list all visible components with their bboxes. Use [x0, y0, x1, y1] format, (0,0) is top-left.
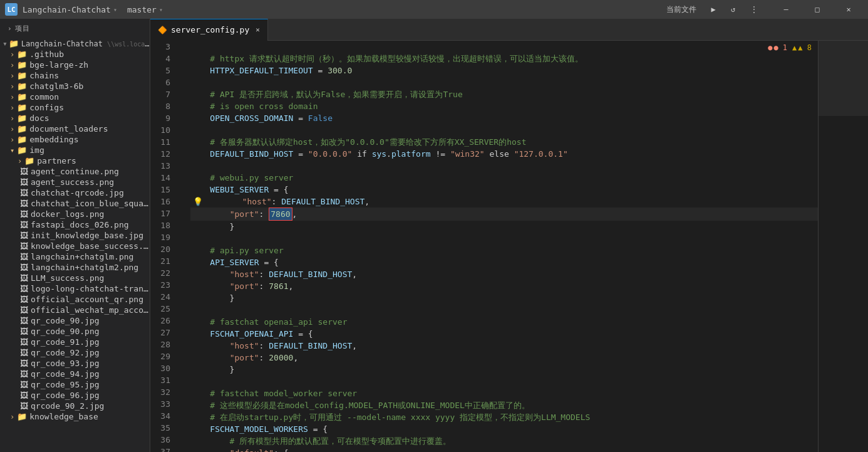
tree-item-logo-long-chatchat-trans-v2.png[interactable]: 🖼logo-long-chatchat-trans-v2.png: [0, 283, 150, 294]
tree-item-embeddings[interactable]: ›📁embeddings: [0, 134, 150, 145]
comment-text: # 这些模型必须是在model_config.MODEL_PATH或ONLINE…: [190, 399, 530, 411]
branch-selector[interactable]: master ▾: [127, 5, 163, 14]
tree-item-agent_continue.png[interactable]: 🖼agent_continue.png: [0, 166, 150, 177]
tree-item-qr_code_93.jpg[interactable]: 🖼qr_code_93.jpg: [0, 358, 150, 369]
line-number-15: 15: [150, 184, 175, 196]
app-name[interactable]: Langchain-Chatchat ▾: [23, 5, 117, 14]
tree-item-qr_code_92.jpg[interactable]: 🖼qr_code_92.jpg: [0, 347, 150, 358]
token-var: API_SERVER: [210, 256, 259, 268]
minimap-indicator: [819, 41, 868, 116]
minimize-btn[interactable]: —: [772, 0, 800, 19]
tree-item-common[interactable]: ›📁common: [0, 92, 150, 102]
token-op: =: [293, 112, 307, 124]
code-line-8: # is open cross domain: [190, 100, 818, 112]
line-number-18: 18: [150, 219, 175, 231]
tree-item-qr_code_90.png[interactable]: 🖼qr_code_90.png: [0, 326, 150, 337]
maximize-btn[interactable]: □: [803, 0, 832, 19]
tree-item-bge-large-zh[interactable]: ›📁bge-large-zh: [0, 60, 150, 70]
file-type-icon: 🖼: [20, 231, 28, 240]
tree-item-qr_code_94.jpg[interactable]: 🖼qr_code_94.jpg: [0, 369, 150, 379]
tree-item-configs[interactable]: ›📁configs: [0, 102, 150, 113]
code-line-12: DEFAULT_BIND_HOST = "0.0.0.0" if sys.pla…: [190, 148, 818, 160]
token-str: "port": [230, 208, 259, 220]
tree-item-chatglm3-6b[interactable]: ›📁chatglm3-6b: [0, 81, 150, 92]
tree-item-knowledge_base[interactable]: ›📁knowledge_base: [0, 411, 150, 422]
line-number-31: 31: [150, 374, 175, 386]
file-type-icon: 📁: [17, 412, 27, 421]
tree-item-chatchat-qrcode.jpg[interactable]: 🖼chatchat-qrcode.jpg: [0, 187, 150, 198]
token-op: ,: [364, 196, 369, 208]
token-num: 20000: [269, 352, 293, 364]
tab-server-config[interactable]: 🔶 server_config.py ✕: [150, 19, 268, 41]
code-line-5: HTTPX_DEFAULT_TIMEOUT = 300.0: [190, 65, 818, 76]
tree-item-official_account_qr.png[interactable]: 🖼official_account_qr.png: [0, 294, 150, 305]
file-type-icon: 📁: [17, 71, 27, 80]
tree-item-qrcode_90_2.jpg[interactable]: 🖼qrcode_90_2.jpg: [0, 401, 150, 411]
tree-item-langchain+chatglm.png[interactable]: 🖼langchain+chatglm.png: [0, 251, 150, 262]
tree-item-github[interactable]: ›📁.github: [0, 49, 150, 60]
file-type-icon: 🖼: [20, 252, 28, 261]
tree-item-agent_success.png[interactable]: 🖼agent_success.png: [0, 177, 150, 187]
file-label: bge-large-zh: [29, 60, 88, 70]
refresh-btn[interactable]: ↺: [727, 4, 739, 15]
token-str: "127.0.0.1": [514, 148, 568, 160]
file-icon: ›: [10, 93, 14, 102]
file-type-icon: 🖼: [20, 359, 28, 368]
sidebar-header[interactable]: › 项目: [0, 19, 150, 38]
line-number-37: 37: [150, 446, 175, 452]
file-label: official_account_qr.png: [31, 295, 143, 304]
line-number-7: 7: [150, 88, 175, 100]
code-line-33: # 这些模型必须是在model_config.MODEL_PATH或ONLINE…: [190, 399, 818, 411]
file-label: qrcode_90_2.jpg: [31, 401, 104, 411]
file-type-icon: 📁: [17, 135, 27, 144]
file-type-icon: 📁: [17, 81, 27, 91]
line-number-23: 23: [150, 279, 175, 291]
line-number-17: 17: [150, 208, 175, 219]
tree-item-qr_code_90.jpg[interactable]: 🖼qr_code_90.jpg: [0, 315, 150, 326]
tree-item-qr_code_96.jpg[interactable]: 🖼qr_code_96.jpg: [0, 390, 150, 401]
code-line-4: # httpx 请求默认超时时间（秒）。如果加载模型较慢对话较慢，出现超时错误，…: [190, 53, 818, 65]
tree-item-official_wechat_mp_account.png[interactable]: 🖼official_wechat_mp_account.png: [0, 305, 150, 315]
token-num: 7861: [269, 280, 288, 292]
token-str: "default": [230, 447, 274, 452]
file-icon: ▾: [10, 146, 14, 155]
tree-item-fastapi_docs_026.png[interactable]: 🖼fastapi_docs_026.png: [0, 219, 150, 230]
tree-item-qr_code_95.jpg[interactable]: 🖼qr_code_95.jpg: [0, 379, 150, 390]
title-bar: LC Langchain-Chatchat ▾ master ▾ 当前文件 ▶ …: [0, 0, 868, 19]
tree-item-knowledge_base_success.jpg[interactable]: 🖼knowledge_base_success.jpg: [0, 241, 150, 251]
token-op: = {: [269, 184, 288, 196]
line-number-4: 4: [150, 53, 175, 65]
tree-item-img[interactable]: ▾📁img: [0, 145, 150, 155]
tree-item-partners[interactable]: ›📁partners: [0, 155, 150, 166]
menu-btn[interactable]: ⋮: [747, 4, 762, 15]
tree-item-langchain+chatglm2.png[interactable]: 🖼langchain+chatglm2.png: [0, 262, 150, 273]
current-file-btn[interactable]: 当前文件: [663, 3, 700, 16]
line-number-22: 22: [150, 267, 175, 279]
token-op: :: [259, 280, 269, 292]
code-line-6: [190, 76, 818, 88]
minimap: [818, 41, 868, 452]
tab-bar: 🔶 server_config.py ✕: [150, 19, 868, 41]
tree-item-docker_logs.png[interactable]: 🖼docker_logs.png: [0, 209, 150, 219]
code-content[interactable]: # httpx 请求默认超时时间（秒）。如果加载模型较慢对话较慢，出现超时错误，…: [180, 41, 818, 452]
close-btn[interactable]: ✕: [834, 0, 863, 19]
tree-root[interactable]: ▾📁Langchain-Chatchat \\wsl.localhost\Ubu…: [0, 38, 150, 49]
tab-close-btn[interactable]: ✕: [256, 26, 260, 34]
sidebar: › 项目 ▾📁Langchain-Chatchat \\wsl.localhos…: [0, 19, 150, 452]
file-type-icon: 🖼: [20, 177, 28, 187]
file-icon: ›: [10, 71, 14, 80]
run-btn[interactable]: ▶: [708, 4, 720, 15]
tree-item-init_knowledge_base.jpg[interactable]: 🖼init_knowledge_base.jpg: [0, 230, 150, 241]
tree-item-docs[interactable]: ›📁docs: [0, 113, 150, 124]
code-line-25: [190, 304, 818, 316]
tree-item-document_loaders[interactable]: ›📁document_loaders: [0, 124, 150, 134]
tree-item-chatchat_icon_blue_square_v2.png[interactable]: 🖼chatchat_icon_blue_square_v2.png: [0, 198, 150, 209]
line-number-11: 11: [150, 136, 175, 148]
file-label: langchain+chatglm2.png: [31, 263, 138, 272]
tree-item-LLM_success.png[interactable]: 🖼LLM_success.png: [0, 273, 150, 283]
tree-item-qr_code_91.jpg[interactable]: 🖼qr_code_91.jpg: [0, 337, 150, 347]
branch-dropdown-icon: ▾: [159, 6, 163, 13]
token-op: !=: [431, 148, 450, 160]
file-type-icon: 🖼: [20, 348, 28, 357]
tree-item-chains[interactable]: ›📁chains: [0, 70, 150, 81]
